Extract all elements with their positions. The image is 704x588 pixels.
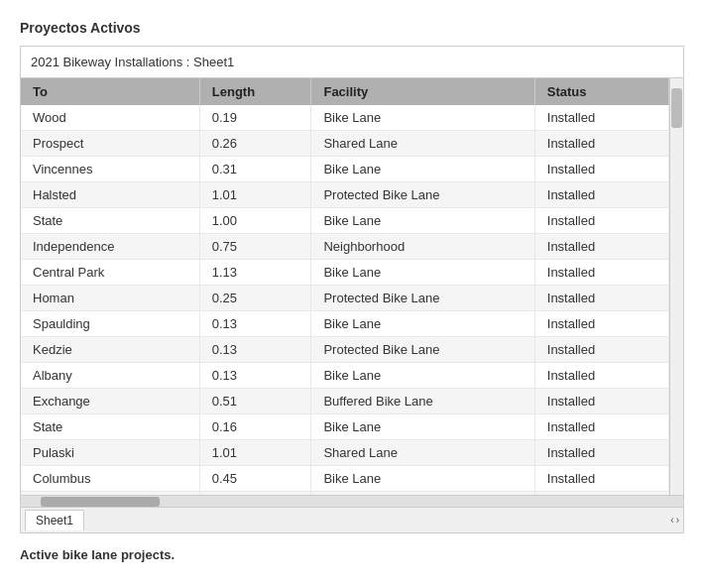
vertical-scrollbar-thumb — [671, 88, 682, 128]
cell-to: Columbus — [21, 466, 199, 492]
table-row: Columbus0.45Bike LaneInstalled — [21, 466, 669, 492]
horizontal-scrollbar-thumb — [41, 497, 160, 507]
table-row: Independence0.75NeighborhoodInstalled — [21, 234, 669, 260]
table-row: Vincennes0.31Bike LaneInstalled — [21, 157, 669, 182]
cell-length: 1.13 — [199, 260, 311, 286]
table-row: Wood0.19Bike LaneInstalled — [21, 105, 669, 131]
table-row: Pulaski1.01Shared LaneInstalled — [21, 440, 669, 466]
cell-to: Prospect — [21, 131, 199, 157]
col-header-to: To — [21, 78, 199, 105]
cell-status: Installed — [534, 234, 668, 260]
section-title: Proyectos Activos — [20, 20, 684, 36]
cell-facility: Bike Lane — [311, 208, 534, 234]
col-header-length: Length — [199, 78, 311, 105]
tab-bar-right: ‹ › — [670, 515, 679, 526]
cell-to: State — [21, 414, 199, 440]
col-header-facility: Facility — [311, 78, 534, 105]
cell-facility: Bike Lane — [311, 105, 534, 131]
cell-facility: Bike Lane — [311, 260, 534, 286]
cell-facility: Protected Bike Lane — [311, 286, 534, 311]
cell-facility: Shared Lane — [311, 440, 534, 466]
table-row: Kedzie0.13Protected Bike LaneInstalled — [21, 337, 669, 363]
cell-length: 1.01 — [199, 182, 311, 208]
cell-status: Installed — [534, 337, 668, 363]
cell-length: 0.13 — [199, 337, 311, 363]
cell-to: Exchange — [21, 389, 199, 414]
cell-status: Installed — [534, 286, 668, 311]
cell-length: 0.51 — [199, 389, 311, 414]
cell-to: Pulaski — [21, 440, 199, 466]
cell-length: 0.26 — [199, 131, 311, 157]
table-row: Homan0.25Protected Bike LaneInstalled — [21, 286, 669, 311]
cell-facility: Bike Lane — [311, 157, 534, 182]
sheet-title: 2021 Bikeway Installations : Sheet1 — [21, 47, 683, 78]
table-row: Exchange0.51Buffered Bike LaneInstalled — [21, 389, 669, 414]
cell-status: Installed — [534, 131, 668, 157]
cell-facility: Bike Lane — [311, 466, 534, 492]
data-table: To Length Facility Status Wood0.19Bike L… — [21, 78, 669, 495]
cell-status: Installed — [534, 311, 668, 337]
spreadsheet-container: 2021 Bikeway Installations : Sheet1 To L… — [20, 46, 684, 533]
cell-status: Installed — [534, 208, 668, 234]
tab-bar: Sheet1 ‹ › — [21, 507, 683, 532]
cell-facility: Shared Lane — [311, 131, 534, 157]
footer-note: Active bike lane projects. — [20, 547, 684, 562]
cell-length: 0.25 — [199, 286, 311, 311]
cell-status: Installed — [534, 440, 668, 466]
cell-to: Spaulding — [21, 311, 199, 337]
vertical-scrollbar[interactable] — [669, 78, 683, 495]
cell-status: Installed — [534, 105, 668, 131]
cell-length: 0.19 — [199, 105, 311, 131]
cell-status: Installed — [534, 260, 668, 286]
nav-prev-arrow[interactable]: ‹ — [670, 515, 673, 526]
cell-status: Installed — [534, 466, 668, 492]
cell-facility: Protected Bike Lane — [311, 182, 534, 208]
table-wrapper[interactable]: To Length Facility Status Wood0.19Bike L… — [21, 78, 683, 495]
cell-length: 1.00 — [199, 208, 311, 234]
cell-to: Homan — [21, 286, 199, 311]
cell-to: State — [21, 208, 199, 234]
table-row: Halsted1.01Protected Bike LaneInstalled — [21, 182, 669, 208]
cell-facility: Buffered Bike Lane — [311, 389, 534, 414]
cell-to: Halsted — [21, 182, 199, 208]
sheet-tab-sheet1[interactable]: Sheet1 — [25, 510, 84, 530]
cell-length: 0.13 — [199, 311, 311, 337]
cell-facility: Bike Lane — [311, 414, 534, 440]
cell-facility: Protected Bike Lane — [311, 337, 534, 363]
cell-to: Wood — [21, 105, 199, 131]
cell-length: 0.13 — [199, 363, 311, 389]
nav-next-arrow[interactable]: › — [676, 515, 679, 526]
cell-status: Installed — [534, 157, 668, 182]
col-header-status: Status — [534, 78, 668, 105]
cell-facility: Bike Lane — [311, 311, 534, 337]
cell-facility: Bike Lane — [311, 363, 534, 389]
cell-length: 1.01 — [199, 440, 311, 466]
cell-length: 0.45 — [199, 466, 311, 492]
tab-bar-left: Sheet1 — [25, 510, 84, 530]
cell-to: Independence — [21, 234, 199, 260]
cell-length: 0.16 — [199, 414, 311, 440]
cell-to: Albany — [21, 363, 199, 389]
table-row: Prospect0.26Shared LaneInstalled — [21, 131, 669, 157]
table-header-row: To Length Facility Status — [21, 78, 669, 105]
table-row: Spaulding0.13Bike LaneInstalled — [21, 311, 669, 337]
table-row: Central Park1.13Bike LaneInstalled — [21, 260, 669, 286]
cell-to: Central Park — [21, 260, 199, 286]
table-row: Albany0.13Bike LaneInstalled — [21, 363, 669, 389]
cell-status: Installed — [534, 414, 668, 440]
cell-length: 0.31 — [199, 157, 311, 182]
cell-to: Kedzie — [21, 337, 199, 363]
cell-to: Vincennes — [21, 157, 199, 182]
cell-length: 0.75 — [199, 234, 311, 260]
cell-status: Installed — [534, 363, 668, 389]
horizontal-scrollbar-area[interactable] — [21, 495, 683, 507]
table-row: State0.16Bike LaneInstalled — [21, 414, 669, 440]
cell-facility: Neighborhood — [311, 234, 534, 260]
cell-status: Installed — [534, 389, 668, 414]
table-row: State1.00Bike LaneInstalled — [21, 208, 669, 234]
cell-status: Installed — [534, 182, 668, 208]
